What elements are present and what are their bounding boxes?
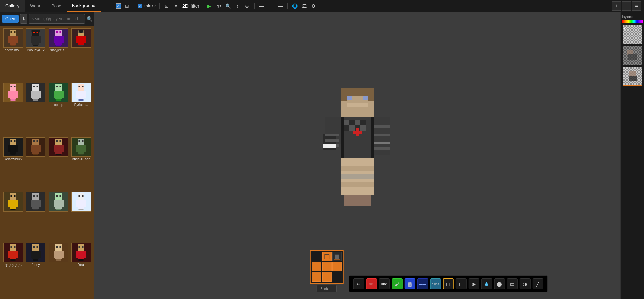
grid-checkbox[interactable]: ✓ — [116, 3, 121, 9]
list-item[interactable] — [26, 192, 46, 241]
svg-rect-195 — [341, 174, 374, 179]
list-item[interactable]: Poouriya 12 — [26, 28, 46, 81]
svg-rect-159 — [84, 251, 87, 258]
svg-rect-85 — [55, 145, 62, 154]
svg-rect-207 — [627, 50, 633, 55]
tab-pose[interactable]: Pose — [46, 0, 67, 12]
list-item[interactable] — [48, 243, 69, 296]
svg-rect-127 — [84, 200, 87, 207]
svg-rect-148 — [59, 246, 61, 248]
skin-label: オリジナル — [5, 263, 22, 268]
list-item[interactable] — [48, 192, 69, 241]
part-right-arm[interactable] — [332, 262, 341, 271]
list-item[interactable] — [26, 137, 46, 190]
svg-rect-199 — [325, 254, 329, 259]
parts-dropdown[interactable]: Parts — [317, 285, 337, 292]
part-left-leg[interactable] — [312, 272, 321, 282]
dropper-btn[interactable]: 💧 — [481, 278, 492, 289]
list-item[interactable]: オリジナル — [3, 243, 24, 296]
svg-rect-36 — [14, 86, 15, 87]
skin-icon2[interactable]: 🖼 — [301, 2, 308, 10]
filter-btn[interactable]: filter — [191, 2, 199, 10]
svg-rect-94 — [76, 145, 79, 152]
skin-label: Рубашка — [74, 103, 88, 107]
svg-rect-5 — [15, 36, 18, 43]
stroke-btn[interactable]: ▬▬ — [417, 278, 428, 289]
list-item[interactable]: fbnny — [26, 243, 46, 296]
mirror-checkbox[interactable]: ✓ — [138, 4, 142, 8]
world-icon[interactable]: 🌐 — [291, 2, 299, 10]
zoom-level[interactable]: ↕ — [234, 2, 241, 10]
play-btn[interactable]: ▶ — [206, 2, 213, 10]
part-head[interactable] — [322, 252, 331, 261]
undo-btn[interactable]: ↩ — [353, 278, 364, 289]
eraser2-btn[interactable]: ◫ — [455, 278, 466, 289]
svg-rect-160 — [79, 259, 81, 261]
list-item[interactable]: matyjec z... — [48, 28, 69, 81]
list-item[interactable] — [71, 192, 92, 241]
grid-icon[interactable]: ⊞ — [123, 2, 131, 10]
dash-icon[interactable]: ― — [277, 2, 284, 10]
list-item[interactable]: bodycimy... — [3, 28, 24, 81]
list-item[interactable] — [3, 83, 24, 135]
part-right-leg[interactable] — [322, 272, 331, 282]
svg-rect-1 — [10, 31, 12, 33]
color-btn[interactable]: ◑ — [519, 278, 530, 289]
expand-icon[interactable]: ⛶ — [106, 2, 114, 10]
list-item[interactable] — [26, 83, 46, 135]
svg-rect-16 — [36, 45, 38, 46]
layers-btn[interactable]: ▤ — [507, 278, 517, 289]
minus-icon[interactable]: — — [258, 2, 265, 10]
list-item[interactable] — [3, 192, 24, 241]
bucket-btn[interactable]: ⬤ — [494, 278, 505, 289]
svg-rect-185 — [325, 139, 339, 142]
pencil-red-btn[interactable]: ✏ — [366, 278, 377, 289]
list-item[interactable]: пвпвышввп — [71, 137, 92, 190]
search-icon[interactable]: 🔍 — [87, 16, 92, 22]
list-item[interactable] — [71, 28, 92, 81]
part-head-overlay[interactable] — [332, 252, 341, 261]
zoom-move-icon[interactable]: ⊕ — [243, 2, 251, 10]
tab-wear[interactable]: Wear — [25, 0, 46, 12]
ellipse-btn[interactable]: ellips — [430, 278, 441, 289]
list-item[interactable]: Рубашка — [71, 83, 92, 135]
brush-btn[interactable]: 🖌 — [392, 278, 402, 289]
settings-icon[interactable]: ⚙ — [310, 2, 317, 10]
search-input[interactable] — [29, 14, 85, 24]
list-item[interactable]: прпер — [48, 83, 69, 135]
layer-3[interactable]: ✓ — [623, 67, 642, 86]
crosshair-icon[interactable]: ✛ — [267, 2, 275, 10]
2d-mode-btn[interactable]: 2D — [182, 2, 189, 10]
open-button[interactable]: Open — [2, 15, 19, 23]
rect-btn[interactable]: ▓ — [404, 278, 415, 289]
skin-mode-icon[interactable]: ⊡ — [163, 2, 170, 10]
add-layer-btn[interactable]: + — [612, 1, 621, 11]
part-left-arm[interactable] — [312, 262, 321, 271]
part-body[interactable] — [322, 262, 331, 271]
svg-rect-89 — [59, 154, 61, 155]
tab-background[interactable]: Background — [67, 0, 101, 12]
list-item[interactable]: Reisezuruck — [3, 137, 24, 190]
svg-rect-132 — [14, 246, 15, 248]
layer-2[interactable]: ✓ — [623, 46, 642, 65]
list-item[interactable]: Yea — [71, 243, 92, 296]
layer-1[interactable]: ✓ — [623, 25, 642, 44]
svg-rect-53 — [55, 91, 62, 99]
main-canvas[interactable]: Parts ↩ ✏ line 🖌 ▓ ▬▬ ellips ◻ ◫ ◉ — [94, 12, 620, 299]
animation-icon[interactable]: ❖ — [172, 2, 180, 10]
download-button[interactable]: ⬇ — [20, 14, 27, 24]
sep1 — [134, 3, 134, 9]
svg-rect-205 — [315, 274, 317, 279]
zoom-in-icon[interactable]: 🔍 — [225, 2, 232, 10]
remove-layer-btn[interactable]: − — [622, 1, 631, 11]
svg-rect-206 — [326, 274, 328, 279]
line-btn[interactable]: line — [379, 278, 389, 289]
equals-btn[interactable]: = — [632, 1, 641, 11]
gif-btn[interactable]: gif — [215, 2, 223, 10]
eraser-btn[interactable]: ◻ — [443, 278, 453, 289]
tab-gallery[interactable]: Gallery — [0, 0, 25, 12]
smudge-btn[interactable]: ◉ — [468, 278, 479, 289]
svg-rect-41 — [13, 99, 16, 101]
line2-btn[interactable]: ╱ — [532, 278, 543, 289]
list-item[interactable] — [48, 137, 69, 190]
